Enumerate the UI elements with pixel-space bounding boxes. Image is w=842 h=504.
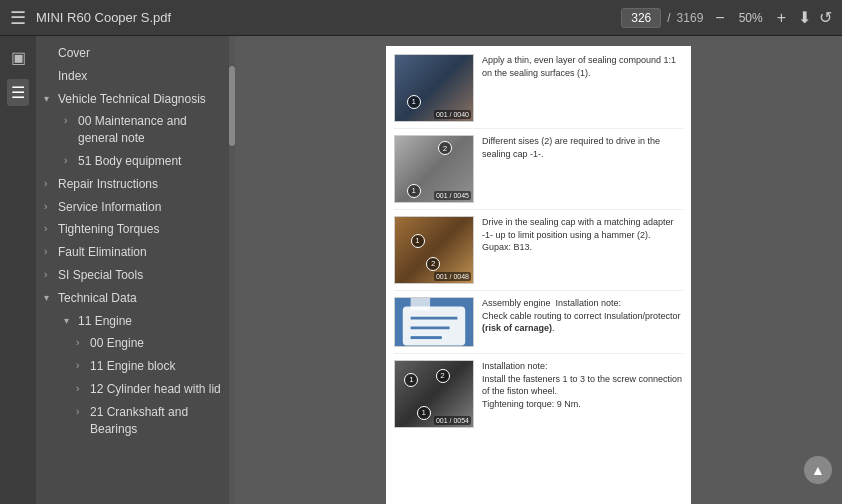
arrow-expand-icon: ▾ bbox=[44, 291, 54, 305]
toc-label: Index bbox=[58, 68, 221, 85]
toc-item-cover[interactable]: Cover bbox=[36, 42, 229, 65]
toc-label: 12 Cylinder head with lid bbox=[90, 381, 221, 398]
page-separator: / bbox=[667, 11, 670, 25]
circle-label-1: 1 bbox=[411, 234, 425, 248]
zoom-value: 50% bbox=[733, 11, 769, 25]
arrow-icon: › bbox=[76, 359, 86, 373]
toc-item-repair[interactable]: › Repair Instructions bbox=[36, 173, 229, 196]
toc-label: 00 Engine bbox=[90, 335, 221, 352]
zoom-in-button[interactable]: + bbox=[775, 9, 788, 27]
sidebar-scrollbar[interactable] bbox=[229, 36, 235, 504]
toc-item-fault[interactable]: › Fault Elimination bbox=[36, 241, 229, 264]
circle-label-1: 1 bbox=[407, 184, 421, 198]
pdf-section-3: 1 2 001 / 0048 Drive in the sealing cap … bbox=[394, 216, 683, 291]
circle-label-2: 2 bbox=[438, 141, 452, 155]
svg-rect-1 bbox=[411, 297, 431, 310]
circle-label-1a: 1 bbox=[404, 373, 418, 387]
toc-item-index[interactable]: Index bbox=[36, 65, 229, 88]
pdf-section-2: 2 1 001 / 0045 Different sises (2) are r… bbox=[394, 135, 683, 210]
toc-item-00maint[interactable]: › 00 Maintenance and general note bbox=[36, 110, 229, 150]
zoom-out-button[interactable]: − bbox=[713, 9, 726, 27]
image-label-3: 001 / 0048 bbox=[434, 272, 471, 281]
toc-label: Vehicle Technical Diagnosis bbox=[58, 91, 221, 108]
pdf-viewer[interactable]: 1 001 / 0040 Apply a thin, even layer of… bbox=[235, 36, 842, 504]
toc-item-vtd[interactable]: ▾ Vehicle Technical Diagnosis bbox=[36, 88, 229, 111]
arrow-icon: › bbox=[64, 114, 74, 128]
main-area: ▣ ☰ Cover Index ▾ Vehicle Technical Diag… bbox=[0, 36, 842, 504]
toc-sidebar-icon[interactable]: ☰ bbox=[7, 79, 29, 106]
image-label-5: 001 / 0054 bbox=[434, 416, 471, 425]
sidebar-icon-strip: ▣ ☰ bbox=[0, 36, 36, 504]
pdf-section-5: 1 2 1 001 / 0054 Installation note: Inst… bbox=[394, 360, 683, 434]
toc-label: 21 Crankshaft and Bearings bbox=[90, 404, 221, 438]
zoom-controls: − 50% + bbox=[713, 9, 788, 27]
pdf-page: 1 001 / 0040 Apply a thin, even layer of… bbox=[386, 46, 691, 504]
toc-label: Technical Data bbox=[58, 290, 221, 307]
scroll-to-top-button[interactable]: ▲ bbox=[804, 456, 832, 484]
circle-label-1b: 1 bbox=[417, 406, 431, 420]
toc-label: 11 Engine block bbox=[90, 358, 221, 375]
toc-item-torques[interactable]: › Tightening Torques bbox=[36, 218, 229, 241]
menu-icon[interactable]: ☰ bbox=[10, 7, 26, 29]
toc-label: Service Information bbox=[58, 199, 221, 216]
arrow-expand-icon: ▾ bbox=[44, 92, 54, 106]
image-label-2: 001 / 0045 bbox=[434, 191, 471, 200]
sidebar-scrollbar-thumb[interactable] bbox=[229, 66, 235, 146]
pdf-image-1: 1 001 / 0040 bbox=[394, 54, 474, 122]
page-controls: / 3169 bbox=[621, 8, 703, 28]
toolbar: ☰ MINI R60 Cooper S.pdf / 3169 − 50% + ⬇… bbox=[0, 0, 842, 36]
page-total: 3169 bbox=[677, 11, 704, 25]
pdf-section-4: Assembly engine Installation note: Check… bbox=[394, 297, 683, 354]
toc-label: Fault Elimination bbox=[58, 244, 221, 261]
image-label-1: 001 / 0040 bbox=[434, 110, 471, 119]
toc-item-sitools[interactable]: › SI Special Tools bbox=[36, 264, 229, 287]
document-title: MINI R60 Cooper S.pdf bbox=[36, 10, 611, 25]
arrow-icon: › bbox=[44, 245, 54, 259]
page-number-input[interactable] bbox=[621, 8, 661, 28]
pdf-text-1: Apply a thin, even layer of sealing comp… bbox=[482, 54, 683, 79]
circle-label-1: 1 bbox=[407, 95, 421, 109]
arrow-expand-icon: ▾ bbox=[64, 314, 74, 328]
toc-item-21crankshaft[interactable]: › 21 Crankshaft and Bearings bbox=[36, 401, 229, 441]
arrow-icon: › bbox=[44, 268, 54, 282]
history-icon[interactable]: ↺ bbox=[819, 8, 832, 27]
thumbnail-sidebar-icon[interactable]: ▣ bbox=[7, 44, 30, 71]
toolbar-icons: ⬇ ↺ bbox=[798, 8, 832, 27]
toc-item-11engineblock[interactable]: › 11 Engine block bbox=[36, 355, 229, 378]
arrow-icon: › bbox=[76, 382, 86, 396]
download-icon[interactable]: ⬇ bbox=[798, 8, 811, 27]
arrow-icon: › bbox=[64, 154, 74, 168]
toc-item-service[interactable]: › Service Information bbox=[36, 196, 229, 219]
assembly-icon bbox=[395, 297, 473, 347]
arrow-icon: › bbox=[44, 200, 54, 214]
arrow-icon: › bbox=[44, 222, 54, 236]
svg-rect-0 bbox=[403, 306, 465, 345]
toc-label: 51 Body equipment bbox=[78, 153, 221, 170]
toc-item-51body[interactable]: › 51 Body equipment bbox=[36, 150, 229, 173]
pdf-image-2: 2 1 001 / 0045 bbox=[394, 135, 474, 203]
arrow-icon: › bbox=[76, 336, 86, 350]
pdf-image-3: 1 2 001 / 0048 bbox=[394, 216, 474, 284]
toc-item-techdata[interactable]: ▾ Technical Data bbox=[36, 287, 229, 310]
toc-label: 00 Maintenance and general note bbox=[78, 113, 221, 147]
pdf-section-1: 1 001 / 0040 Apply a thin, even layer of… bbox=[394, 54, 683, 129]
pdf-image-4 bbox=[394, 297, 474, 347]
toc-label: Tightening Torques bbox=[58, 221, 221, 238]
pdf-text-3: Drive in the sealing cap with a matching… bbox=[482, 216, 683, 254]
toc-item-00engine[interactable]: › 00 Engine bbox=[36, 332, 229, 355]
pdf-image-5: 1 2 1 001 / 0054 bbox=[394, 360, 474, 428]
pdf-text-4: Assembly engine Installation note: Check… bbox=[482, 297, 683, 335]
toc-label: 11 Engine bbox=[78, 313, 221, 330]
pdf-text-2: Different sises (2) are required to driv… bbox=[482, 135, 683, 160]
circle-label-2a: 2 bbox=[436, 369, 450, 383]
circle-label-2: 2 bbox=[426, 257, 440, 271]
toc-item-11engine-group[interactable]: ▾ 11 Engine bbox=[36, 310, 229, 333]
arrow-icon: › bbox=[44, 177, 54, 191]
toc-item-12cylinder[interactable]: › 12 Cylinder head with lid bbox=[36, 378, 229, 401]
pdf-text-5: Installation note: Install the fasteners… bbox=[482, 360, 683, 410]
toc-label: Repair Instructions bbox=[58, 176, 221, 193]
toc-label: Cover bbox=[58, 45, 221, 62]
toc-panel: Cover Index ▾ Vehicle Technical Diagnosi… bbox=[36, 36, 229, 504]
sidebar: ▣ ☰ Cover Index ▾ Vehicle Technical Diag… bbox=[0, 36, 235, 504]
arrow-icon: › bbox=[76, 405, 86, 419]
